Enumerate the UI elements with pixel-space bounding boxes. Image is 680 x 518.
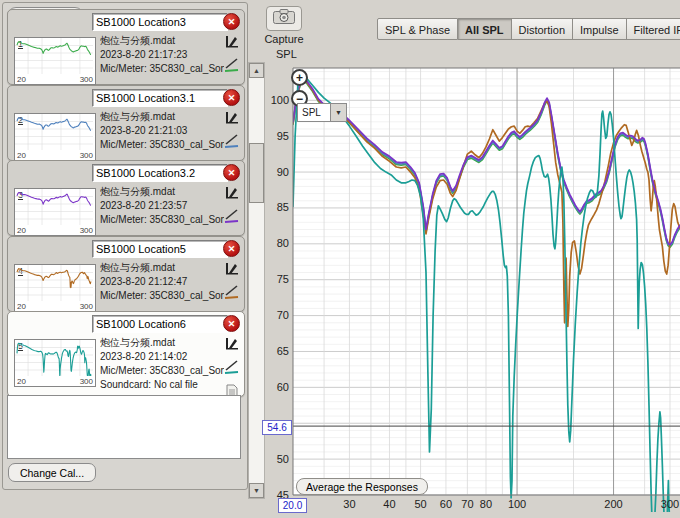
x-tick-label: 30 [343, 498, 355, 510]
measurement-card[interactable]: ✕420300炮位与分频.mdat2023-8-20 21:12:47Mic/M… [7, 236, 245, 312]
measurement-mic-label: Mic/Meter: 35C830_cal_Sona [100, 289, 224, 303]
measurement-info: 炮位与分频.mdat2023-8-20 21:17:23Mic/Meter: 3… [100, 34, 224, 76]
measurement-name-input[interactable] [92, 315, 228, 333]
delete-measurement-icon[interactable]: ✕ [223, 315, 240, 332]
trace-style-icon[interactable] [224, 285, 240, 303]
y-tick-label: 85 [277, 201, 289, 213]
cursor-y-readout: 54.6 [262, 420, 292, 435]
tab-distortion[interactable]: Distortion [512, 18, 573, 40]
cursor-x-readout: 20.0 [278, 498, 307, 513]
measurement-date-label: 2023-8-20 21:12:47 [100, 275, 224, 289]
x-tick-label: 60 [440, 498, 452, 510]
measurement-file-label: 炮位与分频.mdat [100, 185, 224, 199]
x-tick-label: 200 [604, 498, 622, 510]
measurement-file-label: 炮位与分频.mdat [100, 261, 224, 275]
thumb-axis-max: 300 [80, 75, 93, 84]
graph-pencil-icon[interactable] [225, 34, 239, 52]
measurement-card[interactable]: ✕120300炮位与分频.mdat2023-8-20 21:17:23Mic/M… [7, 9, 245, 85]
delete-measurement-icon[interactable]: ✕ [223, 13, 240, 30]
measurement-file-label: 炮位与分频.mdat [100, 110, 224, 124]
thumb-axis-min: 20 [17, 75, 26, 84]
measurement-thumbnail[interactable]: 520300 [14, 339, 96, 387]
zoom-in-button[interactable]: + [291, 69, 308, 86]
measurement-thumbnail[interactable]: 320300 [14, 188, 96, 236]
y-tick-label: 75 [277, 273, 289, 285]
measurement-name-input[interactable] [92, 240, 228, 258]
tab-impulse[interactable]: Impulse [573, 18, 627, 40]
measurement-mic-label: Mic/Meter: 35C830_cal_Sona [100, 213, 224, 227]
thumb-axis-min: 20 [17, 151, 26, 160]
measurement-thumbnail[interactable]: 120300 [14, 37, 96, 85]
graph-pencil-icon[interactable] [225, 110, 239, 128]
notes-input[interactable] [7, 395, 241, 459]
axis-selector-dropdown[interactable]: SPL ▼ [297, 103, 347, 122]
measurement-card[interactable]: ✕320300炮位与分频.mdat2023-8-20 21:23:57Mic/M… [7, 160, 245, 236]
measurement-card[interactable]: ✕520300炮位与分频.mdat2023-8-20 21:14:02Mic/M… [7, 311, 245, 397]
x-tick-label: 80 [480, 498, 492, 510]
y-tick-label: 100 [271, 94, 289, 106]
measurement-name-input[interactable] [92, 89, 228, 107]
trace-style-icon[interactable] [224, 58, 240, 76]
x-tick-label: 70 [461, 498, 473, 510]
x-tick-label: 300 [661, 498, 679, 510]
y-tick-label: 60 [277, 381, 289, 393]
measurement-soundcard-label: Soundcard: No cal file [100, 378, 224, 392]
capture-button[interactable]: Capture [262, 6, 306, 45]
thumb-axis-max: 300 [80, 377, 93, 386]
scroll-down-icon[interactable]: ▼ [249, 483, 264, 498]
thumb-axis-max: 300 [80, 226, 93, 235]
thumb-axis-max: 300 [80, 302, 93, 311]
measurement-info: 炮位与分频.mdat2023-8-20 21:21:03Mic/Meter: 3… [100, 110, 224, 152]
measurement-name-input[interactable] [92, 164, 228, 182]
graph-view-tabs: SPL & PhaseAll SPLDistortionImpulseFilte… [377, 18, 680, 40]
measurement-actions [223, 34, 241, 76]
y-tick-label: 95 [277, 130, 289, 142]
measurement-name-input[interactable] [92, 13, 228, 31]
measurement-actions [223, 110, 241, 152]
thumb-axis-min: 20 [17, 226, 26, 235]
x-tick-label: 40 [383, 498, 395, 510]
axis-selector-value: SPL [298, 107, 330, 118]
measurement-info: 炮位与分频.mdat2023-8-20 21:23:57Mic/Meter: 3… [100, 185, 224, 227]
x-tick-label: 50 [414, 498, 426, 510]
x-tick-label: 100 [508, 498, 526, 510]
rew-window: { "sidebar": { "collapse_label": "Collap… [0, 0, 680, 518]
measurement-date-label: 2023-8-20 21:14:02 [100, 350, 224, 364]
delete-measurement-icon[interactable]: ✕ [223, 89, 240, 106]
thumb-axis-max: 300 [80, 151, 93, 160]
y-tick-label: 90 [277, 166, 289, 178]
graph-pencil-icon[interactable] [225, 261, 239, 279]
camera-icon [266, 6, 302, 31]
y-tick-label: 70 [277, 309, 289, 321]
y-tick-label: 50 [277, 453, 289, 465]
change-cal-button[interactable]: Change Cal... [8, 463, 96, 482]
measurement-file-label: 炮位与分频.mdat [100, 34, 224, 48]
tab-all-spl[interactable]: All SPL [458, 18, 512, 40]
measurement-thumbnail[interactable]: 420300 [14, 264, 96, 312]
capture-label: Capture [262, 33, 306, 45]
measurement-card[interactable]: ✕220300炮位与分频.mdat2023-8-20 21:21:03Mic/M… [7, 85, 245, 161]
chevron-down-icon: ▼ [330, 104, 346, 121]
graph-pencil-icon[interactable] [225, 336, 239, 354]
trace-style-icon[interactable] [224, 134, 240, 152]
thumb-axis-min: 20 [17, 302, 26, 311]
trace-style-icon[interactable] [224, 360, 240, 378]
scrollbar-thumb[interactable] [249, 143, 264, 203]
measurement-date-label: 2023-8-20 21:21:03 [100, 124, 224, 138]
tab-filtered-ir[interactable]: Filtered IR [627, 18, 680, 40]
delete-measurement-icon[interactable]: ✕ [223, 164, 240, 181]
measurement-date-label: 2023-8-20 21:17:23 [100, 48, 224, 62]
measurement-thumbnail[interactable]: 220300 [14, 113, 96, 161]
graph-pencil-icon[interactable] [225, 185, 239, 203]
delete-measurement-icon[interactable]: ✕ [223, 240, 240, 257]
measurement-date-label: 2023-8-20 21:23:57 [100, 199, 224, 213]
scroll-up-icon[interactable]: ▲ [249, 63, 264, 78]
measurement-info: 炮位与分频.mdat2023-8-20 21:14:02Mic/Meter: 3… [100, 336, 224, 392]
thumb-axis-min: 20 [17, 377, 26, 386]
trace-style-icon[interactable] [224, 209, 240, 227]
average-responses-button[interactable]: Average the Responses [296, 478, 428, 495]
tab-spl-phase[interactable]: SPL & Phase [377, 18, 458, 40]
measurement-info: 炮位与分频.mdat2023-8-20 21:12:47Mic/Meter: 3… [100, 261, 224, 303]
y-tick-label: 65 [277, 345, 289, 357]
measurement-mic-label: Mic/Meter: 35C830_cal_Sona [100, 138, 224, 152]
